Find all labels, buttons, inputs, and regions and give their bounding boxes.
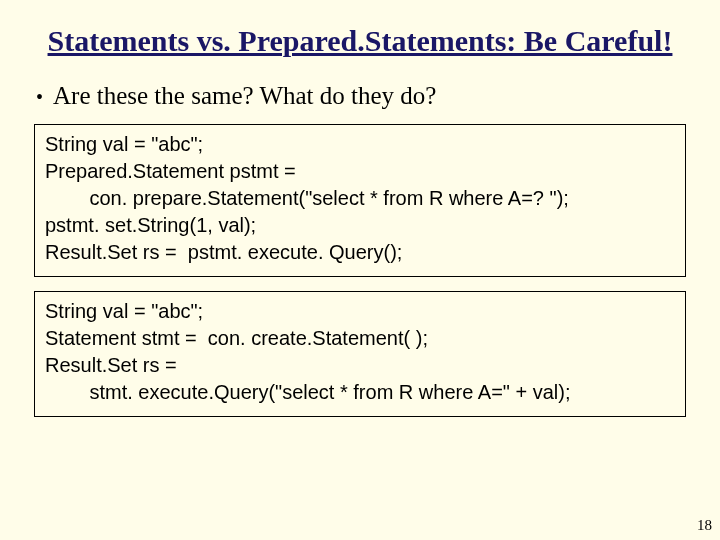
code-line: String val = "abc"; (45, 131, 675, 158)
slide: Statements vs. Prepared.Statements: Be C… (0, 0, 720, 417)
bullet-glyph: • (36, 87, 43, 107)
code-box-prepared: String val = "abc"; Prepared.Statement p… (34, 124, 686, 277)
code-line: String val = "abc"; (45, 298, 675, 325)
slide-title: Statements vs. Prepared.Statements: Be C… (32, 22, 688, 60)
code-line: pstmt. set.String(1, val); (45, 212, 675, 239)
code-line: Result.Set rs = pstmt. execute. Query(); (45, 239, 675, 266)
code-line: Result.Set rs = (45, 352, 675, 379)
code-line: Prepared.Statement pstmt = (45, 158, 675, 185)
bullet-text: Are these the same? What do they do? (53, 82, 436, 110)
code-line: stmt. execute.Query("select * from R whe… (45, 379, 675, 406)
page-number: 18 (697, 517, 712, 534)
code-box-statement: String val = "abc"; Statement stmt = con… (34, 291, 686, 417)
bullet-item: • Are these the same? What do they do? (32, 82, 688, 110)
code-line: con. prepare.Statement("select * from R … (45, 185, 675, 212)
code-line: Statement stmt = con. create.Statement( … (45, 325, 675, 352)
